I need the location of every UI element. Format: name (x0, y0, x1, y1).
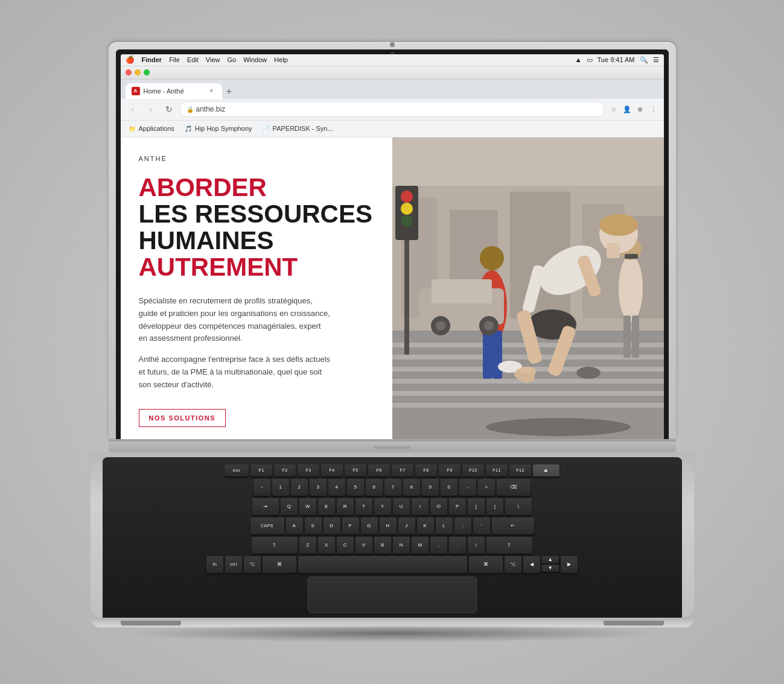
key-f11[interactable]: F11 (486, 464, 508, 477)
key-4[interactable]: 4 (328, 479, 345, 496)
key-f7[interactable]: F7 (392, 464, 413, 477)
key-alt-right[interactable]: ⌥ (505, 556, 521, 573)
key-f12[interactable]: F12 (509, 464, 531, 477)
key-j[interactable]: J (398, 518, 415, 534)
key-8[interactable]: 8 (403, 479, 420, 496)
key-q[interactable]: Q (281, 498, 298, 515)
key-e[interactable]: E (318, 498, 335, 515)
profile-icon[interactable]: 👤 (622, 104, 633, 115)
key-c[interactable]: C (337, 537, 354, 554)
key-esc[interactable]: esc (225, 464, 249, 477)
key-f8[interactable]: F8 (415, 464, 437, 477)
key-caps[interactable]: CAPS (250, 518, 284, 534)
key-f3[interactable]: F3 (298, 464, 319, 477)
key-tab[interactable]: ⇥ (252, 498, 279, 515)
key-7[interactable]: 7 (384, 479, 401, 496)
key-semicolon[interactable]: ; (454, 518, 471, 534)
key-f6[interactable]: F6 (368, 464, 390, 477)
key-f1[interactable]: F1 (250, 464, 272, 477)
key-backslash[interactable]: \ (505, 498, 532, 515)
key-r[interactable]: R (337, 498, 354, 515)
key-1[interactable]: 1 (272, 479, 289, 496)
key-space[interactable] (298, 556, 467, 573)
more-options-icon[interactable]: ⋮ (648, 104, 659, 115)
key-6[interactable]: 6 (366, 479, 383, 496)
key-arrow-right[interactable]: ▶ (561, 556, 578, 573)
minimize-window-button[interactable] (135, 69, 141, 75)
key-s[interactable]: S (305, 518, 322, 534)
key-f[interactable]: F (342, 518, 359, 534)
key-arrow-down[interactable]: ▼ (542, 565, 559, 572)
bookmark-hiphop[interactable]: 🎵 Hip Hop Symphony (182, 123, 255, 134)
key-t[interactable]: T (355, 498, 372, 515)
key-lbracket[interactable]: [ (468, 498, 485, 515)
key-shift-right[interactable]: ⇧ (486, 537, 532, 554)
reload-button[interactable]: ↻ (162, 102, 176, 116)
bookmark-applications[interactable]: 📁 Applications (126, 123, 177, 134)
key-return[interactable]: ↵ (492, 518, 534, 534)
key-shift-left[interactable]: ⇧ (252, 537, 298, 554)
key-w[interactable]: W (299, 498, 316, 515)
key-2[interactable]: 2 (291, 479, 308, 496)
key-0[interactable]: 0 (441, 479, 457, 496)
key-fn[interactable]: fn (206, 556, 223, 573)
key-ctrl[interactable]: ctrl (225, 556, 242, 573)
key-cmd-left[interactable]: ⌘ (263, 556, 296, 573)
browser-tab[interactable]: A Home - Anthé × (126, 83, 222, 99)
key-3[interactable]: 3 (310, 479, 327, 496)
key-tilde[interactable]: ~ (253, 479, 270, 496)
trackpad[interactable] (308, 577, 477, 613)
key-rbracket[interactable]: ] (486, 498, 503, 515)
key-f10[interactable]: F10 (462, 464, 484, 477)
bookmark-star-icon[interactable]: ☆ (608, 104, 619, 115)
key-5[interactable]: 5 (347, 479, 364, 496)
key-f9[interactable]: F9 (439, 464, 461, 477)
maximize-window-button[interactable] (144, 69, 150, 75)
url-bar[interactable]: 🔒 anthe.biz (180, 101, 605, 117)
key-alt-left[interactable]: ⌥ (244, 556, 261, 573)
key-minus[interactable]: - (459, 479, 476, 496)
key-power[interactable]: ⏏ (533, 464, 559, 477)
key-o[interactable]: O (430, 498, 447, 515)
key-z[interactable]: Z (299, 537, 316, 554)
apple-menu[interactable]: 🍎 (126, 55, 135, 64)
key-p[interactable]: P (449, 498, 466, 515)
key-m[interactable]: M (412, 537, 429, 554)
key-n[interactable]: N (393, 537, 410, 554)
key-quote[interactable]: ' (473, 518, 490, 534)
menu-edit[interactable]: Edit (187, 56, 199, 63)
extension-icon[interactable]: ⊕ (635, 104, 646, 115)
search-icon[interactable]: 🔍 (640, 56, 648, 64)
key-comma[interactable]: , (430, 537, 447, 554)
menu-finder[interactable]: Finder (142, 56, 162, 63)
key-l[interactable]: L (436, 518, 453, 534)
key-f4[interactable]: F4 (321, 464, 343, 477)
menu-help[interactable]: Help (274, 56, 288, 63)
key-arrow-left[interactable]: ◀ (523, 556, 540, 573)
forward-button[interactable]: › (144, 102, 158, 116)
key-equals[interactable]: = (478, 479, 495, 496)
menu-window[interactable]: Window (243, 56, 267, 63)
key-slash[interactable]: / (468, 537, 485, 554)
close-window-button[interactable] (126, 69, 132, 75)
key-y[interactable]: Y (374, 498, 391, 515)
tab-close-button[interactable]: × (208, 87, 216, 95)
menu-go[interactable]: Go (227, 56, 236, 63)
key-v[interactable]: V (355, 537, 372, 554)
key-h[interactable]: H (380, 518, 397, 534)
menu-icon[interactable]: ☰ (653, 56, 659, 64)
key-a[interactable]: A (286, 518, 303, 534)
nos-solutions-button[interactable]: NOS SOLUTIONS (139, 409, 226, 427)
menu-file[interactable]: File (169, 56, 180, 63)
key-b[interactable]: B (374, 537, 391, 554)
bookmark-paperdisk[interactable]: 📄 PAPERDISK - Syn... (260, 123, 336, 134)
key-arrow-up[interactable]: ▲ (542, 556, 559, 563)
key-g[interactable]: G (361, 518, 378, 534)
new-tab-button[interactable]: + (222, 84, 237, 99)
key-u[interactable]: U (393, 498, 410, 515)
key-f5[interactable]: F5 (345, 464, 366, 477)
back-button[interactable]: ‹ (126, 102, 140, 116)
key-x[interactable]: X (318, 537, 335, 554)
key-9[interactable]: 9 (422, 479, 439, 496)
key-k[interactable]: K (417, 518, 434, 534)
